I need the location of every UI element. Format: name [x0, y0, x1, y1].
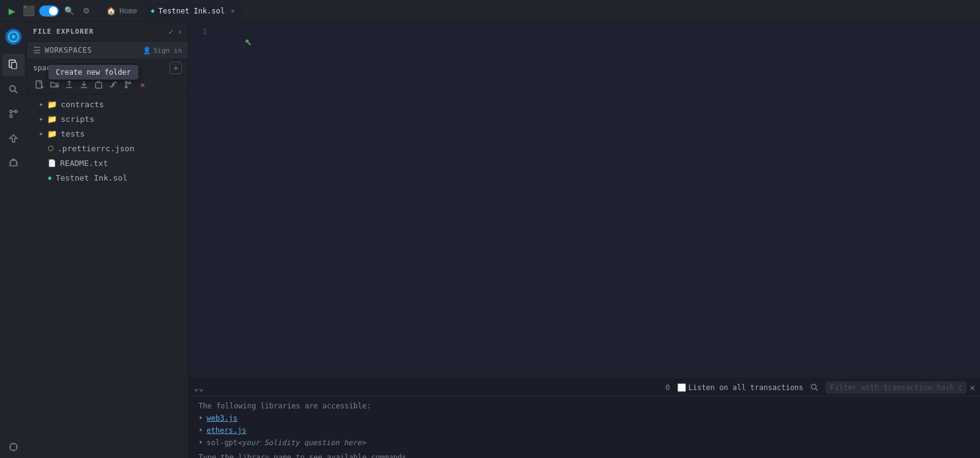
search-top-btn[interactable]: 🔍 — [62, 4, 76, 18]
header-icons: ✓ › — [168, 27, 182, 36]
filter-input[interactable] — [826, 381, 967, 394]
folder-icon-tests: ▸ — [39, 129, 43, 138]
svg-rect-4 — [12, 62, 17, 69]
terminal-hint-line: Type the library name to see available c… — [198, 451, 970, 458]
svg-point-35 — [812, 385, 816, 389]
terminal-area: ⌄⌄ 0 Listen on all transactions ✕ — [189, 378, 980, 458]
terminal-content: The following libraries are accessible: … — [189, 396, 980, 458]
svg-point-2 — [12, 35, 15, 39]
tree-item-label-scripts: scripts — [61, 114, 94, 124]
top-bar-controls: ▶ ⬛ 🔍 ⚙ — [5, 4, 93, 18]
signin-button[interactable]: 👤 Sign in — [143, 47, 182, 54]
terminal-collapse-btn[interactable]: ⌄⌄ — [194, 383, 204, 392]
tab-active-label: Testnet Ink.sol — [159, 7, 225, 15]
tab-home-label: Home — [119, 7, 137, 15]
file-tree: ▸ 📁 contracts ▸ 📁 scripts ▸ 📁 tests ⬡ .p… — [27, 94, 188, 458]
tree-item-tests[interactable]: ▸ 📁 tests — [27, 126, 188, 141]
svg-point-5 — [10, 86, 15, 91]
tree-item-label-readme: README.txt — [60, 159, 108, 168]
svg-rect-11 — [10, 160, 17, 166]
tree-item-label-sol: Testnet Ink.sol — [56, 173, 127, 182]
sidebar-icon-deploy[interactable] — [2, 127, 24, 149]
icon-sidebar — [0, 22, 27, 458]
upload-icon[interactable] — [62, 78, 76, 91]
tree-item-contracts[interactable]: ▸ 📁 contracts — [27, 97, 188, 111]
sidebar-icon-plugin[interactable] — [2, 436, 24, 458]
sidebar-icon-debug[interactable] — [2, 152, 24, 174]
folder-icon-scripts: ▸ — [39, 114, 43, 123]
tab-close-btn[interactable]: ✕ — [228, 7, 237, 15]
user-icon: 👤 — [143, 47, 151, 54]
new-folder-icon[interactable] — [48, 78, 61, 91]
tree-item-prettierrc[interactable]: ⬡ .prettierrc.json — [27, 141, 188, 156]
sidebar-icon-git[interactable] — [2, 103, 24, 125]
link-icon[interactable] — [107, 78, 120, 91]
workspace-bar: ☰ WORKSPACES 👤 Sign in — [27, 42, 188, 59]
file-panel-header: FILE EXPLORER ✓ › — [27, 22, 188, 42]
chevron-icon: › — [177, 27, 182, 36]
add-space-button[interactable]: + — [170, 62, 182, 74]
deploy-icon-btn[interactable]: ⬛ — [22, 4, 36, 18]
file-panel: FILE EXPLORER ✓ › ☰ WORKSPACES 👤 Sign in — [27, 22, 189, 458]
listen-checkbox-area: Listen on all transactions — [677, 383, 804, 392]
terminal-lib-solgpt: • sol-gpt <your Solidity question here> — [198, 437, 970, 449]
cursor-arrow: ↑ — [241, 34, 254, 48]
create-folder-tooltip: Create new folder — [48, 65, 138, 80]
git-icon[interactable] — [121, 78, 135, 91]
bullet-1: • — [198, 412, 203, 424]
terminal-intro-text: The following libraries are accessible: — [198, 400, 371, 412]
terminal-hint-text: Type the library name to see available c… — [198, 451, 411, 458]
top-bar: ▶ ⬛ 🔍 ⚙ 🏠 Home ◆ Testnet Ink.sol ✕ — [0, 0, 980, 22]
terminal-close-btn[interactable]: ✕ — [970, 383, 975, 392]
tab-active[interactable]: ◆ Testnet Ink.sol ✕ — [145, 2, 243, 20]
folder-icon-contracts: ▸ — [39, 100, 43, 108]
package-icon[interactable] — [92, 78, 105, 91]
settings-top-btn[interactable]: ⚙ — [80, 4, 93, 18]
editor-main: 1 ↑ — [189, 22, 980, 378]
svg-line-6 — [15, 91, 17, 93]
solgpt-placeholder: <your Solidity question here> — [238, 437, 366, 449]
sidebar-icon-files[interactable] — [2, 54, 24, 76]
download-icon[interactable] — [77, 78, 91, 91]
home-icon: 🏠 — [107, 7, 116, 15]
terminal-search-btn[interactable] — [807, 380, 822, 395]
workspace-label: WORKSPACES — [45, 46, 92, 54]
file-icon-sol: ◆ — [48, 174, 52, 182]
editor-area: 1 ↑ ⌄⌄ 0 Listen on all transactions — [189, 22, 980, 458]
svg-point-8 — [10, 115, 12, 118]
line-numbers: 1 — [189, 22, 213, 378]
folder-glyph-scripts: 📁 — [47, 114, 57, 124]
hamburger-icon[interactable]: ☰ — [33, 45, 41, 55]
line-number-1: 1 — [189, 26, 207, 38]
svg-line-15 — [17, 165, 18, 166]
new-file-icon[interactable] — [33, 78, 47, 91]
app-logo — [4, 27, 23, 47]
signin-label: Sign in — [154, 47, 182, 54]
close-red-icon[interactable]: ✕ — [136, 78, 149, 91]
tree-item-label-prettierrc: .prettierrc.json — [58, 144, 134, 153]
file-panel-title: FILE EXPLORER — [33, 28, 94, 36]
terminal-intro-line: The following libraries are accessible: — [198, 400, 970, 412]
terminal-lib-web3: • web3.js — [198, 412, 970, 424]
ethers-link[interactable]: ethers.js — [206, 424, 246, 437]
editor-content[interactable]: ↑ — [213, 22, 980, 378]
tree-item-scripts[interactable]: ▸ 📁 scripts — [27, 111, 188, 126]
tab-home[interactable]: 🏠 Home — [100, 2, 143, 20]
tree-item-readme[interactable]: 📄 README.txt — [27, 156, 188, 170]
bullet-3: • — [198, 437, 203, 449]
tabs-area: 🏠 Home ◆ Testnet Ink.sol ✕ — [100, 2, 975, 20]
sol-tab-icon: ◆ — [151, 7, 155, 15]
sidebar-icon-search[interactable] — [2, 78, 24, 100]
tooltip-text: Create new folder — [56, 68, 131, 77]
main-layout: FILE EXPLORER ✓ › ☰ WORKSPACES 👤 Sign in — [0, 22, 980, 458]
run-button[interactable]: ▶ — [5, 4, 18, 18]
toggle-button[interactable] — [39, 6, 59, 17]
tree-item-sol[interactable]: ◆ Testnet Ink.sol — [27, 170, 188, 185]
web3-link[interactable]: web3.js — [206, 412, 238, 424]
terminal-toolbar: ⌄⌄ 0 Listen on all transactions ✕ — [189, 379, 980, 396]
bullet-2: • — [198, 424, 203, 437]
svg-line-36 — [816, 389, 818, 391]
listen-checkbox[interactable] — [677, 383, 686, 392]
workspace-left: ☰ WORKSPACES — [33, 45, 92, 55]
svg-rect-30 — [96, 83, 102, 88]
